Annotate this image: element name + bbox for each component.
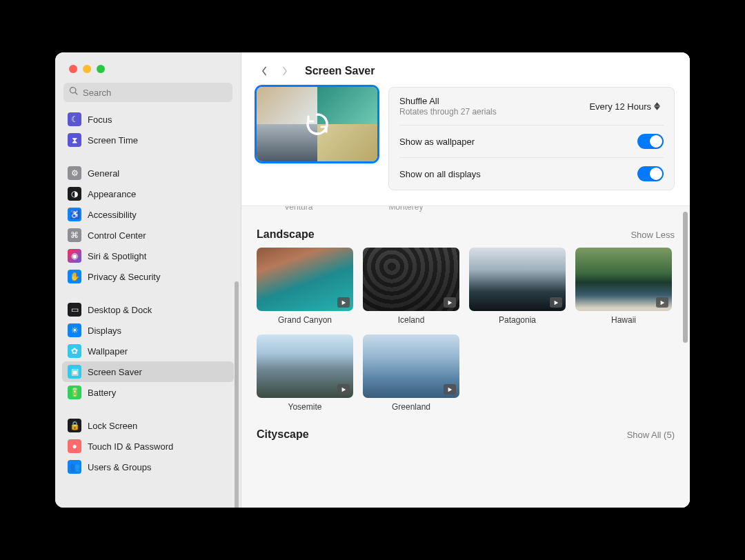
sidebar-label: Desktop & Dock: [88, 305, 152, 315]
thumbnail-image: [469, 248, 566, 311]
shuffle-subtitle: Rotates through 27 aerials: [399, 107, 497, 117]
sidebar-icon: ⌘: [68, 228, 81, 242]
sidebar-label: Control Center: [88, 230, 146, 241]
shuffle-interval-dropdown[interactable]: Every 12 Hours: [589, 101, 664, 112]
screensaver-option[interactable]: Hawaii: [575, 248, 672, 325]
thumbnail-label: Iceland: [363, 315, 459, 325]
settings-window: ☾Focus⧗Screen Time⚙General◑Appearance♿Ac…: [55, 52, 690, 508]
back-button[interactable]: [257, 63, 272, 79]
sidebar-icon: 🔋: [68, 386, 81, 399]
close-button[interactable]: [69, 65, 77, 73]
thumbnail-label: Grand Canyon: [257, 315, 353, 325]
screensaver-option[interactable]: Grand Canyon: [257, 248, 353, 325]
hero-panel: Shuffle All Rotates through 27 aerials E…: [388, 87, 675, 190]
screensaver-option[interactable]: Greenland: [363, 334, 459, 412]
play-icon: [550, 297, 562, 308]
thumbnail-label: Patagonia: [469, 315, 566, 325]
sidebar-label: Appearance: [88, 189, 136, 199]
sidebar-item-desktop-dock[interactable]: ▭Desktop & Dock: [62, 299, 234, 320]
content-scrollbar[interactable]: [683, 212, 688, 343]
sidebar-icon: 🔒: [68, 419, 81, 432]
sidebar-label: Focus: [88, 114, 112, 125]
window-controls: [55, 52, 241, 83]
sidebar-list: ☾Focus⧗Screen Time⚙General◑Appearance♿Ac…: [55, 109, 241, 508]
sidebar-icon: ⚙: [68, 166, 81, 180]
screensaver-option[interactable]: Iceland: [363, 248, 459, 325]
thumbnail-label: Hawaii: [575, 315, 672, 325]
sidebar-icon: ▭: [68, 303, 81, 317]
sidebar-item-siri-spotlight[interactable]: ◉Siri & Spotlight: [62, 246, 234, 266]
play-icon: [337, 297, 350, 308]
shuffle-preview[interactable]: [257, 87, 377, 161]
sidebar-scrollbar[interactable]: [235, 281, 239, 508]
thumbnail-image: [363, 334, 459, 398]
shuffle-row: Shuffle All Rotates through 27 aerials E…: [399, 88, 664, 126]
page-title: Screen Saver: [305, 65, 375, 77]
sidebar-item-lock-screen[interactable]: 🔒Lock Screen: [62, 415, 234, 436]
sidebar-icon: ◉: [68, 249, 81, 263]
show-all-displays-toggle[interactable]: [637, 166, 664, 181]
section-title: Landscape: [257, 228, 315, 241]
main-pane: Screen Saver Sh: [241, 52, 690, 508]
sidebar-item-screen-time[interactable]: ⧗Screen Time: [62, 130, 234, 150]
sidebar-item-touch-id-password[interactable]: ●Touch ID & Password: [62, 436, 234, 457]
forward-button[interactable]: [277, 63, 292, 79]
play-icon: [444, 384, 456, 394]
sidebar-icon: ♿: [68, 208, 81, 221]
sidebar-label: Privacy & Security: [88, 272, 160, 282]
sidebar-item-focus[interactable]: ☾Focus: [62, 109, 234, 130]
sidebar-item-wallpaper[interactable]: ✿Wallpaper: [62, 341, 234, 361]
section-toggle[interactable]: Show Less: [630, 230, 675, 240]
sidebar-icon: ◑: [68, 187, 81, 201]
sidebar-label: Screen Time: [88, 135, 138, 146]
thumbnail-image: [575, 248, 672, 311]
minimize-button[interactable]: [83, 65, 91, 73]
sidebar-label: Siri & Spotlight: [88, 251, 146, 261]
sidebar-item-appearance[interactable]: ◑Appearance: [62, 183, 234, 204]
shuffle-title: Shuffle All: [399, 96, 497, 106]
section-title: Cityscape: [257, 428, 309, 441]
sidebar-label: Wallpaper: [88, 346, 128, 357]
sidebar-item-displays[interactable]: ☀Displays: [62, 320, 234, 341]
search-input[interactable]: [83, 88, 227, 98]
shuffle-interval-value: Every 12 Hours: [589, 101, 651, 112]
thumbnail-grid: Grand CanyonIcelandPatagoniaHawaiiYosemi…: [257, 248, 675, 412]
sidebar-item-battery[interactable]: 🔋Battery: [62, 382, 234, 403]
sidebar-item-accessibility[interactable]: ♿Accessibility: [62, 204, 234, 225]
show-wallpaper-row: Show as wallpaper: [399, 126, 664, 158]
sidebar-label: Users & Groups: [88, 462, 151, 472]
play-icon: [656, 297, 668, 308]
section-toggle[interactable]: Show All (5): [627, 430, 675, 440]
sidebar-icon: ✿: [68, 344, 81, 358]
show-all-displays-label: Show on all displays: [399, 169, 481, 179]
sidebar-icon: 👥: [68, 460, 81, 474]
sidebar-icon: ✋: [68, 270, 81, 283]
sidebar-icon: ⧗: [68, 133, 81, 147]
sidebar-label: Displays: [88, 326, 121, 336]
sidebar-icon: ☾: [68, 112, 81, 126]
search-icon: [69, 86, 83, 99]
zoom-button[interactable]: [97, 65, 105, 73]
show-wallpaper-label: Show as wallpaper: [399, 137, 475, 147]
sidebar: ☾Focus⧗Screen Time⚙General◑Appearance♿Ac…: [55, 52, 241, 508]
screensaver-option[interactable]: Patagonia: [469, 248, 566, 325]
cutoff-labels: Ventura Monterey: [257, 206, 675, 212]
show-wallpaper-toggle[interactable]: [637, 134, 664, 149]
screensaver-option[interactable]: Yosemite: [257, 334, 353, 412]
thumbnail-label: Greenland: [363, 402, 459, 412]
show-all-displays-row: Show on all displays: [399, 158, 664, 190]
search-field[interactable]: [63, 83, 232, 102]
sidebar-item-privacy-security[interactable]: ✋Privacy & Security: [62, 266, 234, 287]
sidebar-item-general[interactable]: ⚙General: [62, 163, 234, 183]
topbar: Screen Saver: [241, 52, 690, 87]
shuffle-icon: [302, 109, 332, 139]
sidebar-item-screen-saver[interactable]: ▣Screen Saver: [62, 361, 234, 382]
sidebar-item-users-groups[interactable]: 👥Users & Groups: [62, 457, 234, 477]
thumbnail-label: Yosemite: [257, 402, 353, 412]
sidebar-item-control-center[interactable]: ⌘Control Center: [62, 225, 234, 246]
sidebar-icon: ☀: [68, 323, 81, 337]
content-scroll[interactable]: Ventura Monterey LandscapeShow LessGrand…: [241, 206, 690, 508]
sidebar-label: Accessibility: [88, 210, 137, 220]
sidebar-icon: ▣: [68, 365, 81, 379]
updown-icon: [654, 101, 664, 112]
